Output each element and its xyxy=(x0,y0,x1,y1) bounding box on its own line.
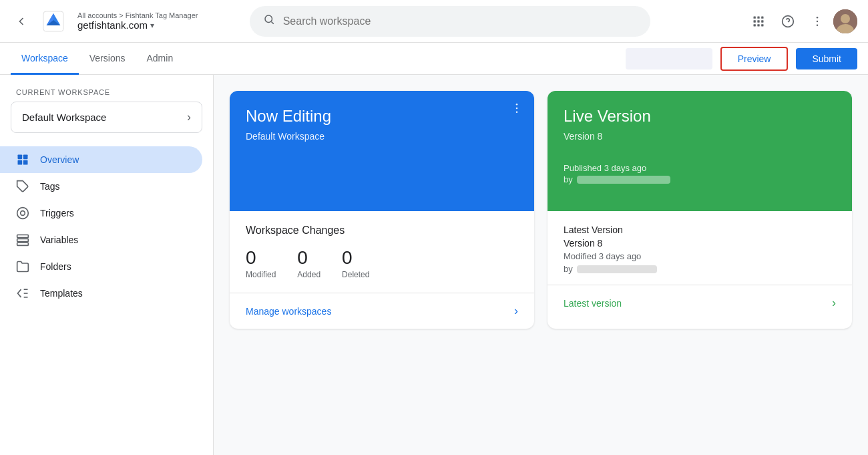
svg-point-37 xyxy=(516,108,518,110)
sidebar-item-tags[interactable]: Tags xyxy=(0,173,202,200)
tab-workspace[interactable]: Workspace xyxy=(11,43,79,75)
avatar[interactable] xyxy=(833,9,857,33)
sidebar-item-label: Overview xyxy=(40,154,79,165)
stat-modified-label: Modified xyxy=(246,270,276,279)
variable-icon xyxy=(16,233,29,247)
stat-modified-number: 0 xyxy=(246,247,256,269)
sidebar-section-label: CURRENT WORKSPACE xyxy=(0,88,213,102)
latest-version-link[interactable]: Latest version › xyxy=(548,285,852,321)
bottom-version: Version 8 xyxy=(564,238,836,249)
sidebar-item-label: Variables xyxy=(40,235,78,245)
svg-point-21 xyxy=(841,14,850,23)
stat-added-number: 0 xyxy=(297,247,308,269)
svg-rect-23 xyxy=(18,155,23,160)
tab-admin[interactable]: Admin xyxy=(136,43,184,75)
live-version-bottom: Latest Version Version 8 Modified 3 days… xyxy=(548,211,852,285)
help-button[interactable] xyxy=(775,8,801,35)
changes-stats: 0 Modified 0 Added 0 Deleted xyxy=(246,247,518,279)
svg-point-36 xyxy=(516,104,518,106)
svg-point-19 xyxy=(817,24,819,26)
template-icon xyxy=(16,287,29,300)
svg-rect-25 xyxy=(18,160,23,165)
search-icon xyxy=(263,13,275,29)
svg-rect-30 xyxy=(17,235,29,238)
sidebar-item-triggers[interactable]: Triggers xyxy=(0,200,202,226)
svg-rect-32 xyxy=(17,243,29,245)
account-name[interactable]: getfishtank.com ▾ xyxy=(77,19,198,31)
now-editing-top: Now Editing Default Workspace xyxy=(230,91,534,211)
overview-icon xyxy=(16,153,29,166)
now-editing-subtitle: Default Workspace xyxy=(246,131,518,142)
stat-added-label: Added xyxy=(297,270,320,279)
redacted-version-author xyxy=(577,265,657,273)
apps-icon xyxy=(752,15,765,28)
account-info: All accounts > Fishtank Tag Manager getf… xyxy=(77,11,198,31)
sidebar-item-label: Templates xyxy=(40,288,83,299)
apps-button[interactable] xyxy=(745,8,772,35)
sidebar-item-label: Triggers xyxy=(40,208,74,218)
changes-title: Workspace Changes xyxy=(246,224,518,237)
svg-rect-24 xyxy=(23,155,28,160)
manage-workspaces-link[interactable]: Manage workspaces › xyxy=(230,293,534,329)
sidebar-nav: Overview Tags xyxy=(0,146,213,307)
svg-rect-9 xyxy=(754,20,756,22)
workspace-selector-arrow: › xyxy=(187,110,191,124)
nav-tabs: Workspace Versions Admin Preview Submit xyxy=(0,43,868,75)
sidebar-item-folders[interactable]: Folders xyxy=(0,253,202,280)
svg-rect-13 xyxy=(757,24,759,26)
search-bar[interactable] xyxy=(250,6,650,37)
svg-point-4 xyxy=(265,15,272,23)
live-version-card: Live Version Version 8 Published 3 days … xyxy=(548,91,852,329)
submit-button[interactable]: Submit xyxy=(796,48,857,69)
svg-rect-6 xyxy=(754,16,756,18)
sidebar-item-label: Tags xyxy=(40,181,60,192)
published-label: Published 3 days ago xyxy=(564,163,836,173)
content-area: Now Editing Default Workspace Workspace … xyxy=(214,75,868,455)
svg-point-38 xyxy=(516,112,518,114)
version-by: by xyxy=(564,264,836,285)
header-actions xyxy=(745,8,857,35)
redacted-author xyxy=(577,176,670,184)
workspace-name: Default Workspace xyxy=(22,112,106,123)
folder-icon xyxy=(16,260,29,273)
tag-icon xyxy=(16,180,29,193)
back-button[interactable] xyxy=(11,11,32,32)
workspace-selector[interactable]: Default Workspace › xyxy=(11,102,202,133)
svg-point-18 xyxy=(817,20,819,22)
svg-rect-7 xyxy=(757,16,759,18)
card-menu-button[interactable] xyxy=(510,102,523,118)
preview-button[interactable]: Preview xyxy=(720,47,789,71)
link-arrow-green: › xyxy=(832,296,836,310)
published-by: by xyxy=(564,174,836,184)
more-button[interactable] xyxy=(804,8,831,35)
live-version-title: Live Version xyxy=(564,107,836,126)
back-icon xyxy=(15,15,28,28)
sidebar-item-label: Folders xyxy=(40,261,71,272)
cards-row: Now Editing Default Workspace Workspace … xyxy=(230,91,852,329)
svg-rect-12 xyxy=(754,24,756,26)
svg-rect-10 xyxy=(757,20,759,22)
svg-point-17 xyxy=(817,16,819,18)
svg-point-28 xyxy=(17,208,29,219)
header: All accounts > Fishtank Tag Manager getf… xyxy=(0,0,868,43)
trigger-icon xyxy=(16,206,29,220)
sidebar-item-variables[interactable]: Variables xyxy=(0,226,202,253)
tab-versions[interactable]: Versions xyxy=(79,43,136,75)
search-input[interactable] xyxy=(283,15,637,27)
link-arrow: › xyxy=(514,304,518,318)
svg-line-5 xyxy=(271,21,273,23)
stat-deleted-label: Deleted xyxy=(342,270,369,279)
stat-deleted-number: 0 xyxy=(342,247,353,269)
now-editing-bottom: Workspace Changes 0 Modified 0 Added 0 D xyxy=(230,211,534,293)
sidebar-item-overview[interactable]: Overview xyxy=(0,146,202,173)
now-editing-card: Now Editing Default Workspace Workspace … xyxy=(230,91,534,329)
svg-rect-31 xyxy=(17,239,29,241)
stat-deleted: 0 Deleted xyxy=(342,247,369,279)
logo xyxy=(40,8,67,35)
stat-added: 0 Added xyxy=(297,247,320,279)
nav-placeholder xyxy=(626,48,712,69)
sidebar-item-templates[interactable]: Templates xyxy=(0,280,202,307)
now-editing-title: Now Editing xyxy=(246,107,518,126)
modified-label: Modified 3 days ago xyxy=(564,251,836,261)
sidebar: CURRENT WORKSPACE Default Workspace › Ov… xyxy=(0,75,214,455)
